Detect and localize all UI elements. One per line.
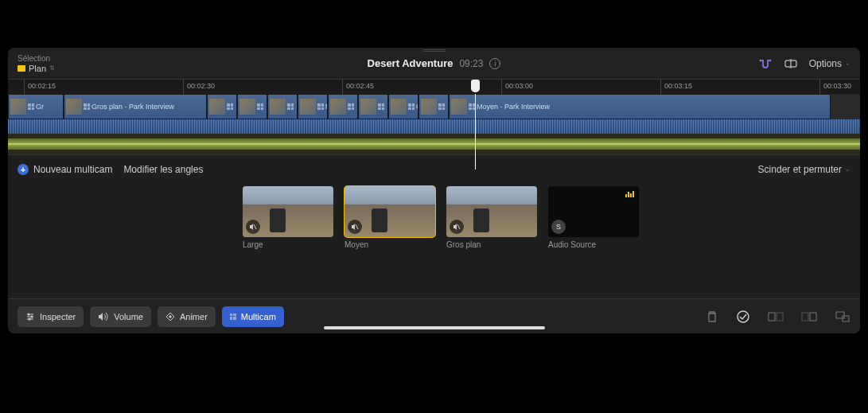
ruler-tick: 00:02:45 — [342, 80, 374, 94]
selection-indicator[interactable]: Sélection Plan ⇅ — [18, 54, 55, 73]
clip-thumbnail — [360, 99, 376, 115]
timeline-clip[interactable] — [418, 94, 449, 119]
project-title: Desert Adventure — [368, 57, 453, 69]
snapping-icon[interactable] — [758, 58, 773, 69]
ruler-tick: 00:03:30 — [819, 80, 851, 94]
angle-label: Large — [243, 240, 333, 249]
mute-icon — [348, 220, 362, 234]
angle-thumbnail[interactable] — [446, 186, 537, 237]
svg-line-4 — [254, 224, 256, 229]
svg-rect-15 — [777, 313, 783, 321]
angle-label: Gros plan — [446, 240, 537, 249]
audio-track[interactable] — [8, 134, 860, 154]
ruler-tick: 00:02:15 — [24, 80, 56, 94]
approve-icon[interactable] — [736, 310, 750, 324]
animate-button[interactable]: Animer — [158, 306, 216, 327]
inspect-label: Inspecter — [40, 312, 76, 321]
clip-label: Moyen - Park Interview — [477, 103, 550, 111]
svg-point-11 — [31, 315, 33, 318]
ruler-tick: 00:03:00 — [501, 80, 533, 94]
multicam-badge-icon — [227, 103, 233, 110]
edit-angles-button[interactable]: Modifier les angles — [123, 164, 203, 175]
angle-thumbnail[interactable] — [344, 186, 435, 237]
mute-icon — [450, 220, 464, 234]
timeline-clip[interactable]: M — [298, 94, 328, 119]
trash-icon[interactable] — [706, 310, 718, 324]
multicam-badge-icon — [378, 103, 384, 110]
timeline-clip[interactable]: Gros plan - Park Interview — [64, 94, 207, 119]
volume-icon — [98, 312, 109, 321]
options-button[interactable]: Options ⌄ — [809, 58, 850, 69]
volume-button[interactable]: Volume — [90, 306, 151, 327]
skimming-icon[interactable] — [784, 58, 798, 69]
multicam-badge-icon — [408, 103, 415, 110]
timeline-clip[interactable] — [328, 94, 358, 119]
timeline-clip[interactable]: G — [388, 94, 418, 119]
selection-label: Sélection — [18, 54, 55, 63]
drag-handle-icon[interactable] — [423, 49, 446, 52]
timeline-ruler[interactable]: 00:02:15 00:02:30 00:02:45 00:03:00 00:0… — [8, 80, 860, 94]
inspect-button[interactable]: Inspecter — [18, 306, 84, 327]
clip-label: Gr — [36, 103, 44, 111]
multicam-angle[interactable]: Large — [243, 186, 333, 256]
clip-thumbnail — [239, 99, 255, 115]
split-left-icon[interactable] — [768, 310, 784, 324]
angle-thumbnail[interactable]: S — [548, 186, 639, 237]
multicam-badge-icon — [257, 103, 263, 110]
timeline-clip[interactable] — [267, 94, 298, 119]
svg-line-5 — [356, 224, 358, 229]
timeline-clip[interactable]: Gr — [8, 94, 64, 119]
timeline-clip[interactable] — [358, 94, 388, 119]
chevron-down-icon: ⌄ — [845, 60, 850, 67]
timeline-clip[interactable]: Moyen - Park Interview — [449, 94, 831, 119]
video-track[interactable]: GrGros plan - Park InterviewMGMoyen - Pa… — [8, 94, 860, 119]
multicam-angles: LargeMoyenGros planSAudio Source — [8, 183, 860, 259]
multicam-label: Multicam — [241, 312, 276, 321]
angle-thumbnail[interactable] — [243, 186, 333, 237]
timeline-clip[interactable] — [237, 94, 267, 119]
horizontal-scrollbar[interactable] — [324, 326, 545, 329]
timeline-clip[interactable] — [207, 94, 237, 119]
new-multicam-label: Nouveau multicam — [33, 164, 112, 175]
selection-value: Plan — [29, 64, 46, 73]
volume-label: Volume — [114, 312, 143, 321]
clip-thumbnail — [391, 99, 407, 115]
chevron-down-icon: ⌄ — [845, 166, 850, 173]
playhead[interactable] — [475, 94, 476, 169]
timeline-header: Sélection Plan ⇅ Desert Adventure 09:23 … — [8, 48, 860, 80]
svg-point-1 — [769, 59, 771, 61]
clip-label: Gros plan - Park Interview — [91, 103, 174, 111]
multicam-badge-icon — [348, 103, 354, 110]
svg-rect-17 — [810, 313, 816, 321]
clip-thumbnail — [300, 99, 316, 115]
svg-point-0 — [759, 59, 761, 61]
multicam-badge-icon — [84, 103, 90, 110]
source-icon: S — [551, 220, 566, 234]
clip-icon — [18, 65, 25, 72]
multicam-button[interactable]: Multicam — [222, 306, 284, 327]
multicam-angle[interactable]: Moyen — [344, 186, 435, 256]
animate-label: Animer — [180, 312, 208, 321]
multicam-angle[interactable]: SAudio Source — [548, 186, 639, 256]
audio-levels-icon — [625, 191, 634, 197]
angle-label: Moyen — [344, 240, 435, 249]
split-right-icon[interactable] — [801, 310, 817, 324]
detach-icon[interactable] — [835, 310, 850, 324]
svg-point-12 — [29, 318, 31, 320]
svg-rect-14 — [769, 313, 775, 321]
multicam-badge-icon — [317, 103, 324, 110]
switch-mode-label: Scinder et permuter — [758, 164, 842, 175]
clip-thumbnail — [10, 99, 26, 115]
angle-label: Audio Source — [548, 240, 639, 249]
clip-thumbnail — [209, 99, 225, 115]
multicam-angle[interactable]: Gros plan — [446, 186, 537, 256]
svg-rect-16 — [802, 313, 808, 321]
info-icon[interactable]: i — [489, 58, 500, 69]
svg-point-13 — [738, 311, 749, 322]
switch-mode-button[interactable]: Scinder et permuter ⌄ — [758, 164, 850, 175]
timeline-tracks[interactable]: GrGros plan - Park InterviewMGMoyen - Pa… — [8, 94, 860, 154]
clip-thumbnail — [421, 99, 437, 115]
sliders-icon — [25, 312, 35, 321]
new-multicam-button[interactable]: + Nouveau multicam — [18, 164, 112, 175]
chevron-updown-icon: ⇅ — [49, 64, 55, 72]
